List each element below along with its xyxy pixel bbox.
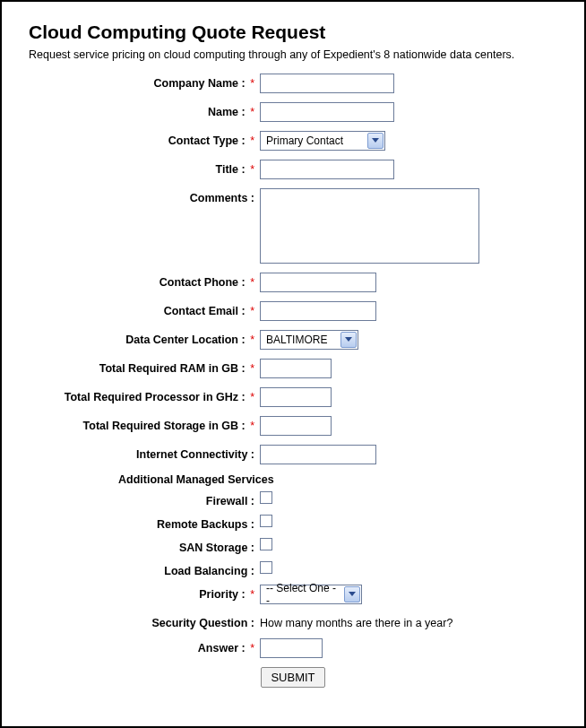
- company-name-field[interactable]: [260, 74, 394, 93]
- row-contact-phone: Contact Phone : *: [29, 273, 557, 292]
- row-internet: Internet Connectivity :: [29, 445, 557, 464]
- label-internet: Internet Connectivity :: [136, 448, 254, 461]
- contact-type-value: Primary Contact: [261, 134, 366, 147]
- chevron-down-icon: [367, 133, 383, 149]
- row-title: Title : *: [29, 160, 557, 179]
- row-name: Name : *: [29, 102, 557, 122]
- form-frame: Cloud Computing Quote Request Request se…: [0, 0, 586, 728]
- label-data-center: Data Center Location :: [125, 334, 245, 346]
- label-contact-type: Contact Type :: [168, 134, 246, 147]
- label-company-name: Company Name :: [154, 77, 246, 90]
- row-processor: Total Required Processor in GHz : *: [29, 387, 557, 407]
- row-remote-backups: Remote Backups :: [29, 515, 557, 531]
- svg-marker-2: [349, 592, 356, 596]
- row-san-storage: SAN Storage :: [29, 538, 557, 554]
- answer-field[interactable]: [260, 638, 323, 658]
- internet-field[interactable]: [260, 445, 376, 464]
- required-marker: *: [250, 334, 254, 346]
- contact-email-field[interactable]: [260, 301, 376, 321]
- priority-select[interactable]: -- Select One --: [260, 585, 362, 604]
- comments-field[interactable]: [260, 188, 479, 264]
- label-comments: Comments :: [190, 192, 254, 204]
- title-field[interactable]: [260, 160, 394, 179]
- required-marker: *: [250, 588, 254, 601]
- row-firewall: Firewall :: [29, 491, 557, 507]
- required-marker: *: [250, 134, 254, 147]
- page-subtitle: Request service pricing on cloud computi…: [29, 48, 557, 61]
- label-priority: Priority :: [199, 588, 245, 601]
- required-marker: *: [250, 362, 254, 375]
- row-contact-type: Contact Type : * Primary Contact: [29, 131, 557, 151]
- label-contact-email: Contact Email :: [164, 305, 246, 317]
- label-ram: Total Required RAM in GB :: [99, 362, 246, 375]
- svg-marker-0: [372, 138, 379, 143]
- data-center-select[interactable]: BALTIMORE: [260, 330, 358, 350]
- row-contact-email: Contact Email : *: [29, 301, 557, 321]
- data-center-value: BALTIMORE: [261, 334, 340, 346]
- row-ram: Total Required RAM in GB : *: [29, 359, 557, 378]
- required-marker: *: [250, 106, 254, 118]
- row-comments: Comments :: [29, 188, 557, 264]
- contact-type-select[interactable]: Primary Contact: [260, 131, 385, 151]
- label-name: Name :: [208, 106, 246, 118]
- firewall-checkbox[interactable]: [260, 491, 272, 504]
- label-storage: Total Required Storage in GB :: [83, 420, 246, 432]
- remote-backups-checkbox[interactable]: [260, 515, 272, 527]
- contact-phone-field[interactable]: [260, 273, 376, 292]
- label-san-storage: SAN Storage :: [179, 542, 254, 554]
- row-priority: Priority : * -- Select One --: [29, 585, 557, 604]
- required-marker: *: [250, 163, 254, 176]
- label-title: Title :: [216, 163, 246, 176]
- processor-field[interactable]: [260, 387, 332, 407]
- submit-row: SUBMIT: [29, 667, 557, 688]
- storage-field[interactable]: [260, 416, 332, 436]
- required-marker: *: [250, 305, 254, 317]
- managed-services-header: Additional Managed Services: [29, 473, 557, 486]
- row-load-balancing: Load Balancing :: [29, 561, 557, 577]
- page-title: Cloud Computing Quote Request: [29, 22, 557, 43]
- chevron-down-icon: [340, 332, 357, 348]
- name-field[interactable]: [260, 102, 394, 122]
- priority-value: -- Select One --: [261, 582, 343, 607]
- required-marker: *: [250, 642, 254, 654]
- label-firewall: Firewall :: [206, 495, 254, 507]
- required-marker: *: [250, 420, 254, 432]
- required-marker: *: [250, 391, 254, 403]
- chevron-down-icon: [344, 586, 360, 602]
- san-storage-checkbox[interactable]: [260, 538, 272, 550]
- row-company-name: Company Name : *: [29, 74, 557, 93]
- ram-field[interactable]: [260, 359, 332, 378]
- label-remote-backups: Remote Backups :: [157, 518, 254, 531]
- label-contact-phone: Contact Phone :: [159, 276, 246, 289]
- load-balancing-checkbox[interactable]: [260, 561, 272, 574]
- row-storage: Total Required Storage in GB : *: [29, 416, 557, 436]
- row-answer: Answer : *: [29, 638, 557, 658]
- svg-marker-1: [345, 337, 352, 342]
- row-security-question: Security Question : How many months are …: [29, 613, 557, 629]
- submit-button[interactable]: SUBMIT: [261, 667, 324, 688]
- security-question-text: How many months are there in a year?: [260, 613, 452, 629]
- required-marker: *: [250, 77, 254, 90]
- row-data-center: Data Center Location : * BALTIMORE: [29, 330, 557, 350]
- label-processor: Total Required Processor in GHz :: [65, 391, 246, 403]
- label-answer: Answer :: [198, 642, 246, 654]
- label-load-balancing: Load Balancing :: [164, 565, 254, 577]
- required-marker: *: [250, 276, 254, 289]
- label-security-question: Security Question :: [151, 617, 254, 629]
